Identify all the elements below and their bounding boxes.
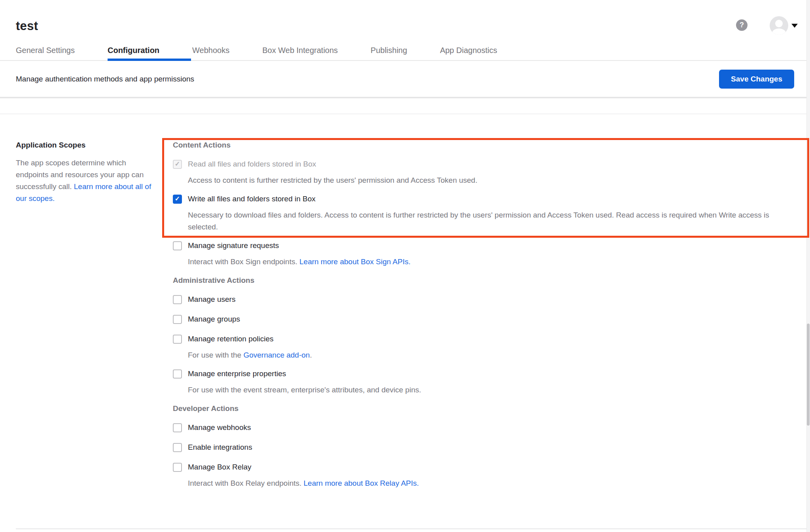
- scope-label: Enable integrations: [188, 443, 252, 452]
- box-relay-learn-more-link[interactable]: Learn more about Box Relay APIs.: [304, 479, 419, 487]
- tab-bar: General Settings Configuration Webhooks …: [0, 46, 810, 61]
- checkbox-box-relay[interactable]: [173, 463, 182, 472]
- scope-manage-webhooks: Manage webhooks: [173, 423, 774, 432]
- scope-label: Manage webhooks: [188, 423, 251, 432]
- save-changes-button[interactable]: Save Changes: [719, 70, 794, 89]
- tab-webhooks[interactable]: Webhooks: [192, 46, 261, 60]
- checkmark-icon: ✓: [175, 161, 180, 167]
- section-heading: Content Actions: [173, 140, 774, 150]
- scope-description: For use with the Governance add-on.: [188, 349, 774, 361]
- subheader: Manage authentication methods and app pe…: [0, 61, 810, 97]
- scope-retention-policies: Manage retention policies For use with t…: [173, 334, 774, 361]
- section-heading: Administrative Actions: [173, 276, 774, 285]
- scrollbar-track[interactable]: [806, 0, 810, 532]
- description-text: Interact with Box Relay endpoints.: [188, 479, 304, 487]
- checkbox-signature-requests[interactable]: [173, 241, 182, 250]
- scope-description: Interact with Box Relay endpoints. Learn…: [188, 477, 774, 489]
- scope-label: Write all files and folders stored in Bo…: [188, 194, 316, 204]
- sidebar-description: The app scopes determine which endpoints…: [16, 157, 158, 204]
- scope-manage-users: Manage users: [173, 295, 774, 304]
- scopes-main: Content Actions ✓ Read all files and fol…: [173, 140, 810, 497]
- app-settings-page: test ? General Settings Configuration We…: [0, 0, 810, 532]
- checkbox-manage-webhooks[interactable]: [173, 423, 182, 432]
- scope-description: Interact with Box Sign endpoints. Learn …: [188, 256, 774, 268]
- account-menu[interactable]: [770, 16, 798, 35]
- scope-write-files: ✓ Write all files and folders stored in …: [173, 194, 774, 233]
- bottom-divider: [16, 528, 806, 529]
- checkbox-read-files: ✓: [173, 160, 182, 169]
- question-mark-glyph: ?: [740, 21, 744, 29]
- checkbox-write-files[interactable]: ✓: [173, 195, 182, 204]
- checkbox-manage-groups[interactable]: [173, 315, 182, 324]
- scope-label: Manage enterprise properties: [188, 369, 286, 379]
- subheader-description: Manage authentication methods and app pe…: [16, 75, 194, 83]
- content-area: Application Scopes The app scopes determ…: [0, 114, 810, 497]
- scope-read-files: ✓ Read all files and folders stored in B…: [173, 159, 774, 186]
- scope-signature-requests: Manage signature requests Interact with …: [173, 241, 774, 268]
- tab-configuration[interactable]: Configuration: [108, 46, 191, 60]
- checkbox-manage-users[interactable]: [173, 295, 182, 304]
- tab-publishing[interactable]: Publishing: [371, 46, 439, 60]
- scope-description: For use with the event stream, enterpris…: [188, 384, 774, 396]
- sidebar-heading: Application Scopes: [16, 140, 158, 150]
- governance-addon-link[interactable]: Governance add-on: [243, 351, 310, 359]
- scope-label: Manage users: [188, 295, 235, 304]
- caret-down-icon: [791, 24, 798, 28]
- section-heading: Developer Actions: [173, 404, 774, 413]
- tab-app-diagnostics[interactable]: App Diagnostics: [440, 46, 529, 60]
- scope-box-relay: Manage Box Relay Interact with Box Relay…: [173, 462, 774, 489]
- scopes-sidebar: Application Scopes The app scopes determ…: [0, 140, 173, 497]
- avatar-body-shape: [772, 28, 786, 35]
- scope-description: Access to content is further restricted …: [188, 174, 774, 186]
- checkbox-enterprise-properties[interactable]: [173, 369, 182, 379]
- section-content-actions: Content Actions ✓ Read all files and fol…: [173, 140, 774, 268]
- tab-box-web-integrations[interactable]: Box Web Integrations: [262, 46, 369, 60]
- scrollbar-thumb[interactable]: [807, 324, 810, 426]
- section-administrative-actions: Administrative Actions Manage users Mana…: [173, 276, 774, 396]
- header-shadow-divider: [0, 97, 810, 99]
- description-text: .: [310, 351, 312, 359]
- checkbox-enable-integrations[interactable]: [173, 443, 182, 452]
- checkbox-retention-policies[interactable]: [173, 335, 182, 344]
- avatar: [770, 16, 788, 35]
- avatar-head-shape: [775, 20, 783, 27]
- help-icon[interactable]: ?: [736, 19, 748, 31]
- page-title: test: [16, 19, 794, 33]
- checkmark-icon: ✓: [175, 196, 180, 202]
- scope-label: Manage groups: [188, 314, 240, 324]
- scope-manage-groups: Manage groups: [173, 314, 774, 324]
- description-text: For use with the: [188, 351, 243, 359]
- scope-label: Manage signature requests: [188, 241, 279, 250]
- page-header: test: [0, 0, 810, 33]
- scope-label: Manage retention policies: [188, 334, 274, 344]
- scope-label: Manage Box Relay: [188, 462, 252, 472]
- scope-enterprise-properties: Manage enterprise properties For use wit…: [173, 369, 774, 396]
- section-developer-actions: Developer Actions Manage webhooks Enable…: [173, 404, 774, 489]
- scope-enable-integrations: Enable integrations: [173, 443, 774, 452]
- description-text: Interact with Box Sign endpoints.: [188, 257, 299, 266]
- tab-general-settings[interactable]: General Settings: [16, 46, 106, 60]
- scope-description: Necessary to download files and folders.…: [188, 209, 774, 233]
- scope-label: Read all files and folders stored in Box: [188, 159, 316, 169]
- box-sign-learn-more-link[interactable]: Learn more about Box Sign APIs.: [299, 257, 411, 266]
